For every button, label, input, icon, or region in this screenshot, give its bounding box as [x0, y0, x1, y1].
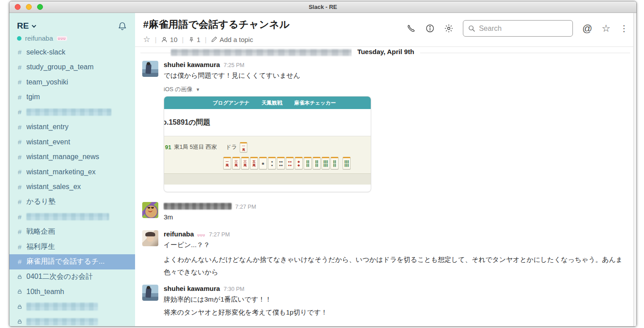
sidebar-item-blurred-11[interactable]: # — [9, 210, 135, 225]
sidebar-item-5[interactable]: #wistant_entry — [9, 120, 135, 135]
message-username[interactable]: shuhei kawamura — [164, 61, 220, 68]
sidebar-item-6[interactable]: #wistant_event — [9, 135, 135, 150]
message-text: よくわかんないんだけどなんか捨てなきゃいけなそうだから、いつかはドラを切ることも… — [164, 253, 626, 278]
attachment-toggle[interactable]: iOS の画像 ▼ — [164, 85, 626, 93]
message-timestamp[interactable]: 7:27 PM — [209, 231, 230, 238]
hash-icon: # — [17, 168, 22, 176]
current-user-name: reifunaba — [25, 34, 53, 42]
dora-label: ドラ — [226, 143, 237, 151]
avatar[interactable] — [142, 230, 158, 246]
close-window-button[interactable] — [15, 4, 21, 10]
sidebar-item-8[interactable]: #wistant_marketing_ex — [9, 164, 135, 180]
lock-icon — [17, 304, 22, 310]
mahjong-tile: ◉ — [259, 157, 267, 169]
window-scrollbar[interactable] — [633, 13, 636, 326]
round-number: 91 — [165, 144, 171, 151]
pinned-count-value: 1 — [197, 36, 200, 43]
sidebar-item-14[interactable]: #麻雀用語で会話するチ... — [9, 254, 135, 269]
message-text: 将来のタンヤオと好形変化を考えて僕も1p切りです！ — [164, 306, 626, 318]
search-input[interactable] — [479, 25, 559, 33]
member-count[interactable]: 10 — [161, 36, 178, 43]
channel-label: wistant_sales_ex — [26, 183, 81, 191]
message-text: 牌効率的には3mが1番広いです！！ — [164, 293, 626, 305]
channel-header: #麻雀用語で会話するチャンネル ☆ | 10 | — [135, 13, 636, 47]
add-topic-button[interactable]: Add a topic — [211, 36, 253, 43]
mahjong-tile: ∥∥∥ ∥∥∥ — [322, 157, 330, 169]
avatar[interactable] — [142, 61, 158, 77]
message-text: 3m — [164, 211, 626, 223]
hash-icon: # — [17, 138, 22, 146]
sidebar-item-1[interactable]: #study_group_a_team — [9, 60, 135, 75]
sidebar-item-9[interactable]: #wistant_sales_ex — [9, 180, 135, 195]
blurred-channel-label — [26, 109, 111, 116]
mahjong-tile: ● ● — [268, 157, 276, 169]
message-text: では僕から問題です！見にくくてすいません — [164, 69, 626, 81]
sidebar-item-0[interactable]: #seleck-slack — [9, 45, 135, 60]
main-panel: #麻雀用語で会話するチャンネル ☆ | 10 | — [135, 13, 636, 326]
hash-icon: # — [17, 213, 22, 221]
attached-image[interactable]: ブログアンテナ天鳳観戦麻雀本チェッカー o.15891の問題 91 東1局 5巡… — [164, 96, 371, 192]
settings-gear-icon[interactable] — [444, 24, 453, 33]
sidebar-item-blurred-4[interactable]: # — [9, 105, 135, 120]
avatar[interactable] — [142, 285, 158, 301]
presence-dot — [17, 36, 21, 41]
notifications-bell-icon[interactable] — [118, 21, 127, 31]
minimize-window-button[interactable] — [26, 4, 32, 10]
sidebar-item-13[interactable]: #福利厚生 — [9, 240, 135, 255]
search-icon — [468, 25, 475, 32]
more-options-kebab-icon[interactable]: ⋮ — [620, 24, 628, 33]
blurred-username[interactable] — [164, 203, 232, 210]
window-title: Slack - RE — [309, 4, 337, 10]
hand-tiles: 一 萬三 萬三 萬五 萬◉● ●●● ●●●● ●●◆ ◆∥∥ ∥∥∥∥ ∥∥∥… — [164, 154, 371, 173]
channel-label: wistant_marketing_ex — [26, 168, 96, 176]
sidebar-item-7[interactable]: #wistant_manage_news — [9, 150, 135, 165]
sidebar-item-2[interactable]: #team_yoshiki — [9, 75, 135, 90]
date-divider: Tuesday, April 9th — [135, 48, 636, 58]
member-count-value: 10 — [170, 36, 178, 43]
message-username[interactable]: reifunaba — [164, 230, 194, 238]
dora-tile: 一 萬 — [240, 142, 247, 152]
avatar[interactable] — [142, 202, 158, 218]
hash-icon: # — [17, 228, 22, 235]
sidebar-item-12[interactable]: #戦略企画 — [9, 224, 135, 240]
message-text: イーピン...？？ — [164, 239, 626, 251]
star-channel-button[interactable]: ☆ — [143, 34, 150, 44]
mahjong-tile: ◆ ◆ — [295, 157, 303, 169]
message-username[interactable]: shuhei kawamura — [164, 285, 220, 292]
current-user[interactable]: reifunaba υυυ — [9, 33, 135, 45]
sidebar-item-10[interactable]: #かるり塾 — [9, 194, 135, 210]
message-timestamp[interactable]: 7:27 PM — [235, 204, 256, 210]
sidebar-item-blurred-17[interactable] — [9, 299, 135, 315]
message: reifunaba υυυ 7:27 PM イーピン...？？ よくわかんないん… — [135, 227, 636, 280]
channel-info-icon[interactable] — [425, 24, 435, 33]
mahjong-tile: 三 萬 — [232, 157, 240, 169]
sidebar-item-16[interactable]: 10th_teamh — [9, 284, 135, 299]
mentions-at-icon[interactable]: @ — [582, 23, 592, 34]
embed-footer-strip — [164, 173, 371, 185]
search-box[interactable] — [463, 20, 573, 37]
call-phone-icon[interactable] — [407, 24, 416, 33]
workspace-menu[interactable]: RE — [17, 21, 35, 31]
sidebar-item-15[interactable]: 0401二次会のお会計 — [9, 269, 135, 285]
channel-label: 0401二次会のお会計 — [26, 272, 93, 282]
channel-label: 福利厚生 — [26, 242, 55, 252]
hash-icon: # — [17, 243, 22, 251]
mahjong-tile: 一 萬 — [240, 142, 247, 152]
channel-label: wistant_event — [26, 138, 70, 146]
mahjong-tile: 三 萬 — [241, 157, 249, 169]
pin-icon — [188, 36, 195, 43]
channel-label: study_group_a_team — [26, 63, 93, 71]
sidebar-item-3[interactable]: #tgim — [9, 90, 135, 105]
channel-list: #seleck-slack#study_group_a_team#team_yo… — [9, 45, 135, 326]
message-timestamp[interactable]: 7:25 PM — [224, 62, 245, 68]
zoom-window-button[interactable] — [37, 4, 43, 10]
date-divider-label[interactable]: Tuesday, April 9th — [352, 48, 420, 55]
starred-items-icon[interactable]: ☆ — [602, 23, 610, 34]
mahjong-tile: ∥∥ ∥∥ — [313, 157, 321, 169]
embed-nav-link: 天鳳観戦 — [262, 100, 282, 106]
message-timestamp[interactable]: 7:30 PM — [224, 286, 245, 292]
sidebar-item-blurred-18[interactable] — [9, 314, 135, 326]
channel-label: 麻雀用語で会話するチ... — [26, 257, 105, 266]
pinned-items[interactable]: 1 — [188, 36, 200, 43]
sidebar: RE reifunaba υυυ #seleck-slack#study_gro… — [9, 13, 135, 326]
